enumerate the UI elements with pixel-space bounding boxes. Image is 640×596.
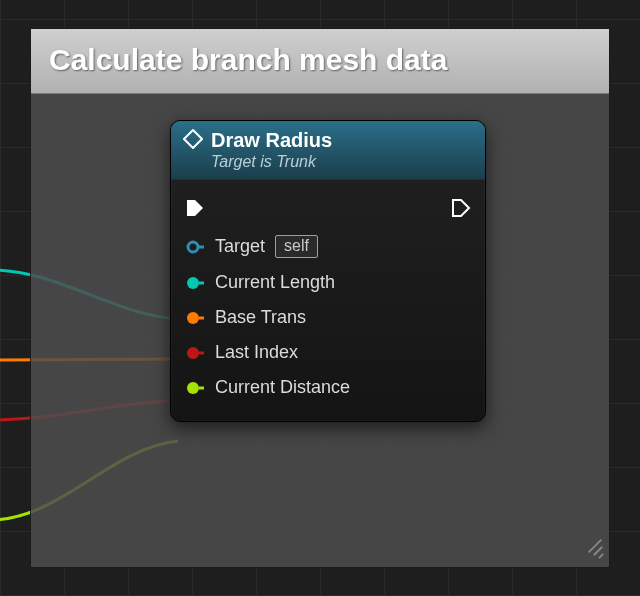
pin-label: Current Length (215, 272, 335, 293)
transform-pin-icon[interactable] (185, 308, 205, 328)
function-icon (183, 129, 203, 149)
int-pin-icon[interactable] (185, 343, 205, 363)
svg-point-4 (187, 382, 199, 394)
exec-out-pin[interactable] (451, 198, 471, 218)
node-header[interactable]: Draw Radius Target is Trunk (171, 121, 485, 180)
float-pin-icon[interactable] (185, 273, 205, 293)
pin-last-index[interactable]: Last Index (183, 335, 473, 370)
node-subtitle: Target is Trunk (211, 153, 332, 171)
pin-target[interactable]: Target self (183, 228, 473, 265)
pin-label: Current Distance (215, 377, 350, 398)
object-pin-icon[interactable] (185, 237, 205, 257)
blueprint-node-draw-radius[interactable]: Draw Radius Target is Trunk Target self (170, 120, 486, 422)
resize-grip-icon[interactable] (581, 539, 603, 561)
float-pin-icon[interactable] (185, 378, 205, 398)
pin-current-distance[interactable]: Current Distance (183, 370, 473, 405)
pin-label: Last Index (215, 342, 298, 363)
node-title: Draw Radius (211, 129, 332, 151)
svg-point-0 (188, 242, 198, 252)
comment-title[interactable]: Calculate branch mesh data (31, 29, 609, 94)
self-value-box[interactable]: self (275, 235, 318, 258)
pin-base-trans[interactable]: Base Trans (183, 300, 473, 335)
svg-point-1 (187, 277, 199, 289)
pin-label: Target (215, 236, 265, 257)
svg-point-2 (187, 312, 199, 324)
svg-point-3 (187, 347, 199, 359)
pin-current-length[interactable]: Current Length (183, 265, 473, 300)
pin-label: Base Trans (215, 307, 306, 328)
exec-in-pin[interactable] (185, 198, 205, 218)
node-body: Target self Current Length Base Trans (171, 180, 485, 421)
